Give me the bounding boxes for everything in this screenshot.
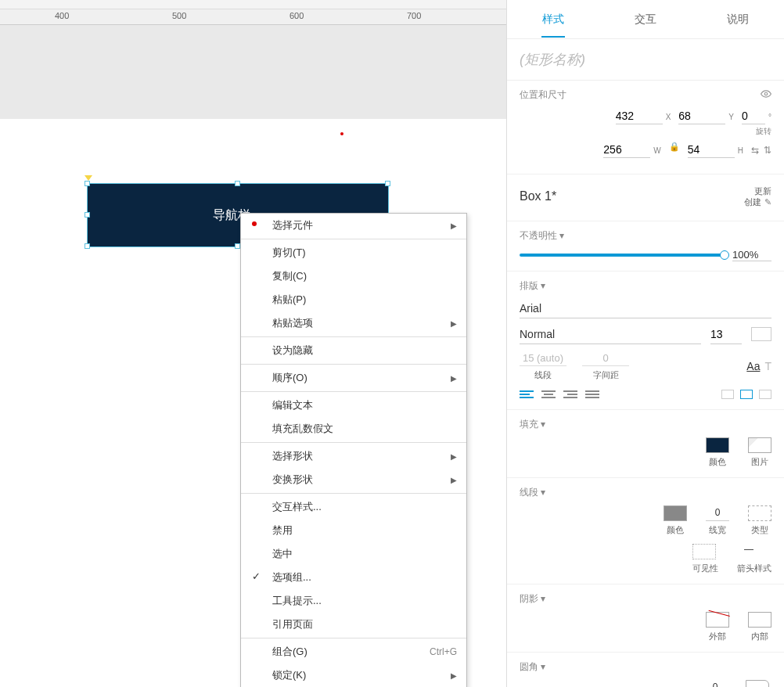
- menu-item[interactable]: ✓选项组...: [241, 566, 466, 589]
- menu-item[interactable]: 顺序(O)▶: [241, 366, 466, 390]
- shape-name-input[interactable]: (矩形名称): [507, 39, 784, 81]
- align-right-icon[interactable]: [563, 389, 577, 400]
- resize-handle[interactable]: [235, 243, 240, 249]
- text-clear-icon[interactable]: T: [764, 360, 771, 372]
- style-name[interactable]: Box 1*: [520, 189, 556, 203]
- menu-item-label: 工具提示...: [272, 594, 322, 608]
- section-header[interactable]: 填充 ▾: [520, 418, 545, 431]
- height-input[interactable]: [688, 142, 735, 158]
- anchor-dot: [340, 132, 343, 135]
- submenu-arrow-icon: ▶: [451, 476, 457, 484]
- stroke-type-label: 类型: [748, 524, 771, 536]
- flip-v-icon[interactable]: ⇅: [764, 145, 771, 156]
- font-family-select[interactable]: Arial: [520, 299, 771, 318]
- resize-handle[interactable]: [235, 181, 240, 186]
- menu-item[interactable]: 选择元件▶: [241, 214, 466, 237]
- align-center-icon[interactable]: [541, 389, 556, 400]
- fill-image-swatch[interactable]: [748, 437, 771, 453]
- ruler-tick: 700: [407, 11, 421, 20]
- text-case-icon[interactable]: Aa: [746, 360, 760, 372]
- fill-color-label: 颜色: [706, 456, 729, 468]
- section-header[interactable]: 线段 ▾: [520, 486, 545, 499]
- menu-item[interactable]: 设为隐藏: [241, 339, 466, 362]
- menu-item-label: 填充乱数假文: [272, 422, 333, 436]
- opacity-slider[interactable]: [520, 254, 725, 257]
- lock-aspect-icon[interactable]: 🔒: [669, 142, 680, 158]
- font-color-swatch[interactable]: [751, 327, 771, 341]
- tab-style[interactable]: 样式: [507, 2, 599, 38]
- resize-handle[interactable]: [385, 181, 390, 186]
- menu-item[interactable]: 引用页面: [241, 613, 466, 636]
- rotation-input[interactable]: [742, 108, 765, 124]
- resize-handle[interactable]: [85, 181, 90, 186]
- tab-interaction[interactable]: 交互: [599, 2, 692, 38]
- resize-handle[interactable]: [85, 212, 90, 218]
- y-input[interactable]: [678, 108, 725, 124]
- menu-item-label: 选择元件: [272, 218, 313, 232]
- align-left-icon[interactable]: [520, 389, 534, 400]
- width-input[interactable]: [603, 142, 650, 158]
- line-height-input[interactable]: 15 (auto): [520, 352, 566, 366]
- section-fill: 填充 ▾ 颜色 图片: [507, 410, 784, 478]
- menu-item[interactable]: 编辑文本: [241, 394, 466, 417]
- menu-item[interactable]: 锁定(K)▶: [241, 664, 466, 687]
- font-weight-select[interactable]: Normal: [520, 325, 701, 344]
- style-create-link[interactable]: 创建: [744, 197, 761, 207]
- shadow-inner-swatch[interactable]: [748, 612, 771, 628]
- opacity-value[interactable]: 100%: [732, 249, 771, 261]
- valign-top-icon[interactable]: [721, 390, 734, 399]
- menu-item[interactable]: 粘贴(P): [241, 288, 466, 311]
- fill-image-label: 图片: [748, 456, 771, 468]
- valign-middle-icon[interactable]: [740, 390, 753, 399]
- resize-handle[interactable]: [85, 243, 90, 249]
- edit-icon[interactable]: ✎: [764, 196, 771, 207]
- font-size-input[interactable]: [710, 325, 742, 344]
- menu-item[interactable]: 工具提示...: [241, 589, 466, 613]
- menu-item[interactable]: 选择形状▶: [241, 444, 466, 468]
- h-label: H: [738, 146, 743, 155]
- menu-item[interactable]: 粘贴选项▶: [241, 311, 466, 335]
- stroke-type-swatch[interactable]: [748, 505, 771, 521]
- menu-item[interactable]: 交互样式...: [241, 495, 466, 519]
- corner-radius-input[interactable]: 0: [703, 680, 727, 687]
- flip-h-icon[interactable]: ⇆: [751, 145, 759, 156]
- shadow-outer-label[interactable]: 外部: [706, 631, 729, 642]
- stroke-visibility-swatch[interactable]: [692, 544, 716, 559]
- valign-bottom-icon[interactable]: [759, 390, 771, 399]
- red-dot-icon: [252, 221, 257, 226]
- stroke-width-input[interactable]: 0: [706, 505, 729, 521]
- stroke-color-swatch[interactable]: [664, 505, 687, 521]
- shadow-inner-label: 内部: [748, 631, 771, 642]
- menu-item[interactable]: 剪切(T): [241, 241, 466, 264]
- check-icon: ✓: [252, 570, 261, 582]
- submenu-arrow-icon: ▶: [451, 221, 457, 230]
- visibility-eye-icon[interactable]: [761, 88, 771, 102]
- ruler-tick: 400: [55, 11, 69, 20]
- menu-item[interactable]: 组合(G)Ctrl+G: [241, 640, 466, 664]
- section-header[interactable]: 圆角 ▾: [520, 660, 545, 674]
- canvas-gray-area[interactable]: [0, 25, 506, 119]
- menu-item-label: 复制(C): [272, 269, 307, 283]
- menu-item[interactable]: 选中: [241, 542, 466, 566]
- arrow-style-swatch[interactable]: —: [737, 544, 761, 559]
- fill-color-swatch[interactable]: [706, 437, 729, 453]
- section-typography: 排版 ▾ Arial Normal 15 (auto)线段 0字间距 Aa T: [507, 272, 784, 410]
- menu-separator: [241, 364, 466, 365]
- section-header[interactable]: 排版 ▾: [520, 279, 545, 293]
- corner-visibility-swatch[interactable]: [746, 680, 769, 687]
- menu-item[interactable]: 变换形状▶: [241, 468, 466, 491]
- menu-item-label: 编辑文本: [272, 398, 313, 412]
- menu-item[interactable]: 禁用: [241, 519, 466, 542]
- section-header[interactable]: 阴影 ▾: [520, 592, 545, 606]
- menu-item[interactable]: 填充乱数假文: [241, 417, 466, 441]
- x-input[interactable]: [616, 108, 663, 124]
- tab-note[interactable]: 说明: [692, 2, 784, 38]
- section-header[interactable]: 不透明性 ▾: [520, 229, 564, 243]
- x-label: X: [666, 113, 671, 121]
- style-update-link[interactable]: 更新: [754, 186, 771, 196]
- menu-item[interactable]: 复制(C): [241, 264, 466, 288]
- slider-thumb[interactable]: [720, 250, 729, 260]
- menu-separator: [241, 336, 466, 337]
- align-justify-icon[interactable]: [585, 389, 599, 400]
- letter-spacing-input[interactable]: 0: [582, 352, 629, 366]
